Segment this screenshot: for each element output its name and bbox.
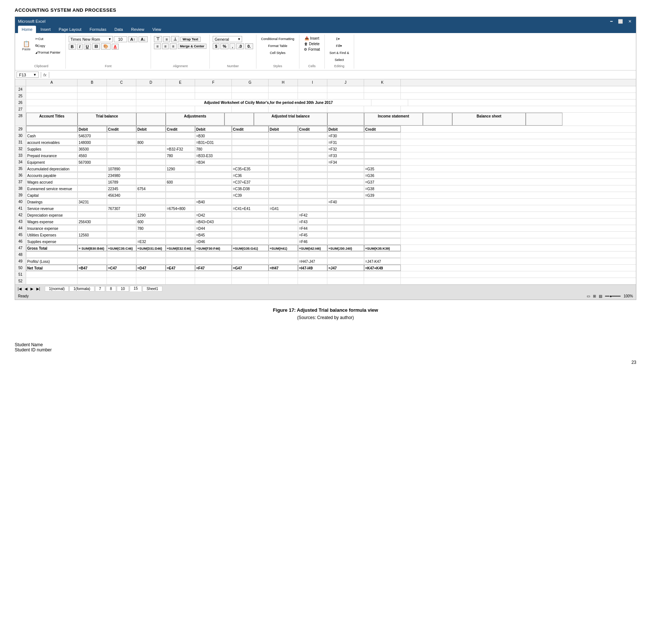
cell-e47[interactable]: =SUM(E32:E46)	[166, 245, 195, 251]
cell-h27[interactable]	[269, 106, 298, 112]
cell-d46[interactable]: =E32	[136, 238, 166, 245]
cell-g43[interactable]	[232, 218, 269, 225]
cell-f28[interactable]: Adjusted trial balance	[254, 113, 327, 126]
cell-k44[interactable]	[364, 225, 401, 231]
align-middle-button[interactable]: ≡	[163, 36, 170, 42]
cell-j31[interactable]: =F31	[327, 139, 364, 145]
cell-h39[interactable]	[269, 192, 298, 198]
cell-a35[interactable]: Accumulated depreciation	[26, 166, 78, 172]
cell-k25[interactable]	[364, 93, 401, 99]
cell-e29[interactable]: Credit	[166, 126, 195, 132]
sheet-nav-last[interactable]: ▶|	[35, 287, 42, 291]
cell-i28[interactable]	[423, 113, 452, 126]
select-button[interactable]: Select	[333, 57, 346, 63]
cell-c45[interactable]	[107, 232, 136, 238]
cell-i47[interactable]: =SUM(I42:I46)	[298, 245, 327, 251]
cell-k52[interactable]	[364, 278, 401, 284]
cell-d43[interactable]: 600	[136, 218, 166, 225]
cell-a37[interactable]: Wages accrued	[26, 179, 78, 185]
cell-j46[interactable]	[327, 238, 364, 245]
cell-f40[interactable]: =B40	[195, 199, 232, 205]
cell-h35[interactable]	[269, 166, 298, 172]
cell-k35[interactable]: =G35	[364, 166, 401, 172]
cell-b27[interactable]	[78, 106, 107, 112]
cell-i32[interactable]	[298, 146, 327, 152]
cell-f46[interactable]: =D46	[195, 238, 232, 245]
cell-d36[interactable]	[136, 172, 166, 178]
cell-e33[interactable]: 780	[166, 152, 195, 159]
cell-k31[interactable]	[364, 139, 401, 145]
cell-styles-button[interactable]: Cell Styles	[268, 50, 288, 56]
sheet-tab-8[interactable]: 8	[106, 286, 116, 292]
cell-f39[interactable]	[195, 192, 232, 198]
cell-a28[interactable]: Account Titles	[26, 113, 78, 126]
cell-c41[interactable]: 767307	[107, 205, 136, 211]
cell-c37[interactable]: 16789	[107, 179, 136, 185]
cell-i51[interactable]	[298, 271, 327, 278]
cell-h44[interactable]	[269, 225, 298, 231]
cell-g47[interactable]: =SUM(G35:G41)	[232, 245, 269, 251]
cell-c33[interactable]	[107, 152, 136, 159]
cell-e46[interactable]	[166, 238, 195, 245]
cell-f51[interactable]	[195, 271, 232, 278]
cell-k42[interactable]	[364, 212, 401, 218]
cell-h30[interactable]	[269, 133, 298, 139]
cell-c49[interactable]	[107, 258, 136, 264]
cell-f47[interactable]: =SUM(F30:F46)	[195, 245, 232, 251]
cell-e32[interactable]: =B32-F32	[166, 146, 195, 152]
cell-k45[interactable]	[364, 232, 401, 238]
cell-h49[interactable]	[269, 258, 298, 264]
cell-f34[interactable]: =B34	[195, 159, 232, 165]
cell-g52[interactable]	[232, 278, 269, 284]
sheet-tab-sheet1[interactable]: Sheet1	[143, 286, 162, 292]
cell-k28[interactable]	[526, 113, 562, 126]
cell-c31[interactable]	[107, 139, 136, 145]
cell-f48[interactable]	[195, 252, 232, 258]
cell-j45[interactable]	[327, 232, 364, 238]
cell-a24[interactable]	[26, 86, 78, 93]
cell-c52[interactable]	[107, 278, 136, 284]
cell-i27[interactable]	[298, 106, 327, 112]
tab-view[interactable]: View	[149, 26, 165, 33]
cell-g34[interactable]	[232, 159, 269, 165]
fill-button[interactable]: Fill▾	[334, 43, 345, 49]
cell-i24[interactable]	[298, 86, 327, 93]
cell-e34[interactable]	[166, 159, 195, 165]
cell-f33[interactable]: =B33-E33	[195, 152, 232, 159]
cell-k30[interactable]	[364, 133, 401, 139]
cell-g24[interactable]	[232, 86, 269, 93]
cell-a27[interactable]	[26, 106, 78, 112]
tab-home[interactable]: Home	[18, 26, 36, 33]
zoom-slider[interactable]: ━━●━━━━	[605, 294, 621, 298]
cell-k46[interactable]	[364, 238, 401, 245]
cell-c35[interactable]: 107890	[107, 166, 136, 172]
cell-b49[interactable]	[78, 258, 107, 264]
cell-g41[interactable]: =C41+E41	[232, 205, 269, 211]
cell-c36[interactable]: 234980	[107, 172, 136, 178]
cell-h24[interactable]	[269, 86, 298, 93]
cell-a46[interactable]: Supplies expense	[26, 238, 78, 245]
cell-i40[interactable]	[298, 199, 327, 205]
conditional-formatting-button[interactable]: Conditional Formatting	[259, 36, 296, 42]
cell-c38[interactable]: 22345	[107, 185, 136, 192]
cell-a36[interactable]: Accounts payable	[26, 172, 78, 178]
cell-h31[interactable]	[269, 139, 298, 145]
align-right-button[interactable]: ≡	[170, 43, 176, 49]
cell-d26[interactable]	[136, 100, 166, 106]
cell-h32[interactable]	[269, 146, 298, 152]
bold-button[interactable]: B	[69, 44, 76, 50]
cell-e25[interactable]	[166, 93, 195, 99]
cell-d52[interactable]	[136, 278, 166, 284]
cell-e51[interactable]	[166, 271, 195, 278]
cell-d35[interactable]	[136, 166, 166, 172]
cell-e45[interactable]	[166, 232, 195, 238]
cell-k26[interactable]	[371, 100, 408, 106]
cell-f43[interactable]: =B43+D43	[195, 218, 232, 225]
cell-f49[interactable]	[195, 258, 232, 264]
cell-h48[interactable]	[269, 252, 298, 258]
cell-j44[interactable]	[327, 225, 364, 231]
cell-h46[interactable]	[269, 238, 298, 245]
cell-k43[interactable]	[364, 218, 401, 225]
cell-a47[interactable]: Gross Total	[26, 245, 78, 251]
col-header-f[interactable]: F	[195, 79, 232, 86]
